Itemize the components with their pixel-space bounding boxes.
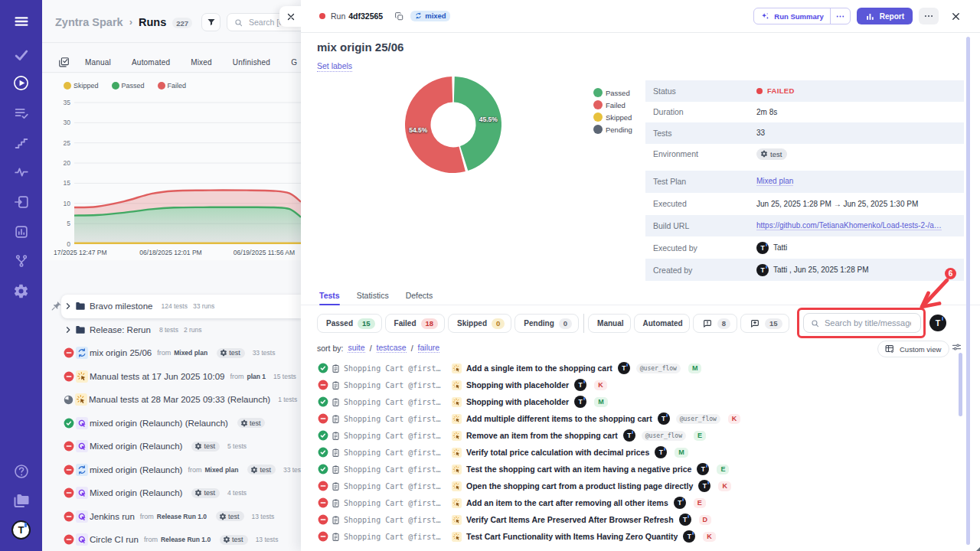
- filter-with-attachments[interactable]: 15: [740, 314, 789, 333]
- filter-with-comments[interactable]: 8: [693, 314, 737, 333]
- sort-testcase-link[interactable]: testcase: [377, 343, 407, 353]
- test-title[interactable]: Test the shopping cart with an item havi…: [466, 465, 691, 474]
- run-name[interactable]: mix origin 25/06: [90, 348, 152, 357]
- sidebar-item-settings-gear-icon[interactable]: [0, 283, 42, 299]
- run-summary-button[interactable]: Run Summary: [753, 8, 850, 24]
- test-title[interactable]: Shopping with placeholder: [466, 397, 569, 406]
- tests-scrollbar[interactable]: [959, 353, 962, 416]
- help-icon[interactable]: [0, 463, 42, 480]
- sidebar-item-integrations-icon[interactable]: [0, 253, 42, 269]
- sort-suite-link[interactable]: suite: [348, 343, 364, 353]
- filter-skipped[interactable]: Skipped0: [448, 314, 511, 333]
- test-row[interactable]: Shopping Cart @first… Verify Cart Items …: [318, 511, 965, 528]
- run-name[interactable]: Mixed origin (Relaunch): [90, 442, 182, 451]
- run-name[interactable]: mixed origin (Relaunch): [90, 465, 182, 474]
- run-name[interactable]: Circle CI run: [90, 535, 139, 544]
- filter-manual[interactable]: Manual: [588, 314, 630, 333]
- test-title[interactable]: Verify Cart Items Are Preserved After Br…: [466, 515, 674, 524]
- report-button[interactable]: Report: [857, 8, 913, 24]
- filter-passed[interactable]: Passed15: [317, 314, 382, 333]
- run-list-item[interactable]: mixed origin (Relaunch) (Relaunch) test: [42, 412, 301, 435]
- sidebar-item-sessions-icon[interactable]: [0, 194, 42, 210]
- run-name[interactable]: mixed origin (Relaunch) (Relaunch): [90, 419, 228, 428]
- menu-hamburger-icon[interactable]: [0, 13, 42, 30]
- run-name[interactable]: Bravo milestone: [90, 302, 152, 311]
- build-url-link[interactable]: https://github.com/TetianaKhomenko/Load-…: [756, 221, 942, 230]
- tab-statistics[interactable]: Statistics: [357, 291, 389, 300]
- tab-automated[interactable]: Automated: [132, 58, 170, 67]
- sidebar-item-runs-icon[interactable]: [0, 74, 42, 92]
- tab-clipped[interactable]: G: [291, 58, 297, 67]
- tab-tests[interactable]: Tests: [319, 291, 340, 300]
- tab-mixed[interactable]: Mixed: [191, 58, 212, 67]
- run-list-item[interactable]: Release: Rerun 8 tests 2 runs: [42, 318, 301, 342]
- copy-icon[interactable]: [394, 11, 404, 21]
- sidebar-item-insights-icon[interactable]: [0, 164, 42, 181]
- custom-view-button[interactable]: Custom view: [877, 341, 949, 357]
- run-list-item[interactable]: Manual tests at 28 Mar 2025 09:33 (Relau…: [42, 388, 301, 412]
- test-row[interactable]: Shopping Cart @first… Add an item to the…: [318, 494, 965, 511]
- test-title[interactable]: Test Cart Functionality with Items Havin…: [466, 532, 678, 541]
- run-list-item[interactable]: mixed origin (Relaunch) from Mixed plan …: [42, 458, 301, 482]
- run-list-item[interactable]: Mixed origin (Relaunch) test 5 tests: [42, 435, 301, 458]
- filter-automated[interactable]: Automated: [634, 314, 690, 333]
- sidebar-item-milestones-icon[interactable]: [0, 135, 42, 152]
- run-name[interactable]: Manual tests at 28 Mar 2025 09:33 (Relau…: [89, 395, 270, 404]
- chevron-right-icon[interactable]: [64, 325, 73, 334]
- drawer-close-tab[interactable]: [279, 6, 302, 27]
- run-list-item[interactable]: Jenkins run from Release Run 1.0 test 13…: [42, 505, 301, 529]
- sidebar-item-reports-icon[interactable]: [0, 223, 42, 240]
- sort-failure-link[interactable]: failure: [418, 343, 440, 353]
- test-row[interactable]: Shopping Cart @first… Test Cart Function…: [318, 528, 965, 545]
- tab-unfinished[interactable]: Unfinished: [233, 58, 270, 67]
- select-all-icon[interactable]: [57, 56, 70, 69]
- test-plan-link[interactable]: Mixed plan: [756, 177, 793, 186]
- run-list-item[interactable]: Mixed origin (Relaunch) test 4 tests: [42, 481, 301, 505]
- test-row[interactable]: Shopping Cart @first… Add multiple diffe…: [318, 410, 965, 427]
- tests-search[interactable]: [803, 313, 921, 333]
- run-plan-name[interactable]: Mixed plan: [204, 466, 238, 474]
- test-title[interactable]: Remove an item from the shopping cart: [466, 431, 618, 440]
- run-name[interactable]: Jenkins run: [90, 512, 135, 521]
- test-row[interactable]: Shopping Cart @first… Remove an item fro…: [318, 427, 965, 444]
- test-row[interactable]: Shopping Cart @first… Shopping with plac…: [318, 393, 965, 410]
- run-list-item[interactable]: mix origin 25/06 from Mixed plan test 33…: [42, 341, 301, 365]
- test-row[interactable]: Shopping Cart @first… Open the shopping …: [318, 478, 965, 494]
- tests-search-input[interactable]: [825, 318, 911, 328]
- set-labels-link[interactable]: Set labels: [317, 61, 352, 72]
- drawer-scrollbar[interactable]: [966, 37, 970, 545]
- test-title[interactable]: Add a single item to the shopping cart: [466, 364, 612, 373]
- run-plan-name[interactable]: Release Run 1.0: [161, 536, 211, 543]
- run-name[interactable]: Mixed origin (Relaunch): [90, 488, 182, 497]
- test-title[interactable]: Open the shopping cart from a product li…: [466, 481, 693, 491]
- run-plan-name[interactable]: plan 1: [247, 373, 266, 380]
- test-title[interactable]: Add multiple different items to the shop…: [466, 414, 652, 423]
- run-plan-name[interactable]: Release Run 1.0: [157, 513, 207, 520]
- test-title[interactable]: Verify total price calculation with deci…: [466, 448, 649, 457]
- run-name[interactable]: Manual tests at 17 Jun 2025 10:09: [90, 372, 224, 381]
- run-list-item[interactable]: Bravo milestone 124 tests 33 runs: [61, 295, 301, 318]
- drawer-more-button[interactable]: [919, 8, 939, 24]
- run-list-item[interactable]: Circle CI run from Release Run 1.0 test …: [42, 528, 301, 551]
- drawer-close-icon[interactable]: [950, 11, 962, 22]
- user-avatar[interactable]: T: [11, 520, 31, 540]
- shared-folders-icon[interactable]: [0, 491, 42, 510]
- filter-button[interactable]: [201, 13, 220, 31]
- chevron-right-icon[interactable]: [64, 302, 73, 311]
- run-summary-more-button[interactable]: [830, 8, 850, 24]
- test-row[interactable]: Shopping Cart @first… Add a single item …: [318, 360, 965, 377]
- assignee-avatar[interactable]: T: [929, 315, 946, 331]
- run-plan-name[interactable]: Mixed plan: [174, 349, 207, 357]
- sidebar-item-testcases-icon[interactable]: [0, 47, 42, 64]
- test-title[interactable]: Add an item to the cart after removing a…: [466, 498, 668, 507]
- run-list-item[interactable]: Manual tests at 17 Jun 2025 10:09 from p…: [42, 365, 301, 389]
- filter-failed[interactable]: Failed18: [385, 314, 445, 333]
- filter-pending[interactable]: Pending0: [514, 314, 579, 333]
- adjustments-icon[interactable]: [951, 341, 962, 353]
- test-title[interactable]: Shopping with placeholder: [466, 380, 569, 390]
- tab-manual[interactable]: Manual: [85, 58, 111, 67]
- run-name[interactable]: Release: Rerun: [90, 325, 151, 334]
- tab-defects[interactable]: Defects: [406, 291, 433, 300]
- sidebar-item-plans-icon[interactable]: [0, 105, 42, 122]
- test-row[interactable]: Shopping Cart @first… Test the shopping …: [318, 461, 965, 478]
